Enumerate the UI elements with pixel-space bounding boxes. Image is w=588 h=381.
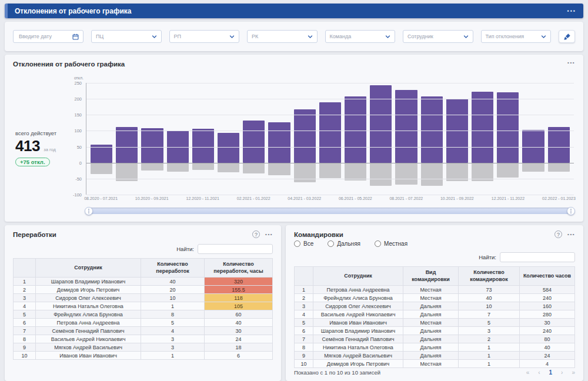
x-tick-label: 06.2021 - 05.2022 xyxy=(339,196,372,203)
hours-cell: 60 xyxy=(205,310,273,319)
radio-all[interactable]: Все xyxy=(294,240,313,247)
table-row: 7Семёнов Геннадий ПавловичДальняя280 xyxy=(295,335,575,343)
bar-positive[interactable] xyxy=(395,90,417,163)
filter-dropdown-rk[interactable]: РК xyxy=(247,30,318,43)
radio-local[interactable]: Местная xyxy=(375,240,407,247)
bar-positive[interactable] xyxy=(370,85,392,163)
bar-negative[interactable] xyxy=(522,163,544,172)
range-slider[interactable] xyxy=(86,208,574,214)
y-tick-label: 50 xyxy=(77,144,82,149)
bar-positive[interactable] xyxy=(345,96,366,163)
window-menu-icon[interactable]: ••• xyxy=(567,8,576,14)
bar-positive[interactable] xyxy=(421,96,443,162)
bar-negative[interactable] xyxy=(395,163,417,185)
employee-cell: Васильев Андрей Николаевич xyxy=(313,310,403,319)
table-row: 5Иванов Иван ИвановичМестная530 xyxy=(295,319,575,327)
bar-positive[interactable] xyxy=(268,122,290,162)
table-row: 1Петрова Анна АндреевнаМестная73584 xyxy=(295,286,575,294)
bar-positive[interactable] xyxy=(116,127,138,163)
trip-type-cell: Дальняя xyxy=(403,335,459,343)
row-number-cell: 7 xyxy=(14,327,36,335)
bar-positive[interactable] xyxy=(319,102,341,163)
filter-dropdown-pc[interactable]: ПЦ xyxy=(91,30,162,43)
slider-handle-right[interactable] xyxy=(567,207,575,215)
bar-negative[interactable] xyxy=(268,163,290,176)
gridline xyxy=(86,131,574,131)
y-tick-label: 100 xyxy=(74,128,82,133)
x-axis-labels: 08.2020 - 07.202110.2020 - 09.202112.202… xyxy=(86,196,574,203)
help-icon[interactable]: ? xyxy=(554,230,562,238)
bar-positive[interactable] xyxy=(141,128,163,163)
bar-positive[interactable] xyxy=(192,129,214,163)
filter-dropdown-rp[interactable]: РП xyxy=(169,30,240,43)
employee-cell: Семёнов Геннадий Павлович xyxy=(36,327,141,335)
slider-handle-left[interactable] xyxy=(85,207,93,215)
bar-positive[interactable] xyxy=(497,92,519,163)
filter-dropdown-deviation-type[interactable]: Тип отклонения xyxy=(481,30,552,43)
bar-positive[interactable] xyxy=(294,109,316,163)
x-tick-slot: 06.2021 - 05.2022 xyxy=(345,196,366,203)
x-tick-label: 04.2021 - 03.2022 xyxy=(288,196,321,203)
bar-negative[interactable] xyxy=(497,163,519,178)
trips-search-input[interactable] xyxy=(500,252,575,262)
bar-negative[interactable] xyxy=(370,163,392,186)
pagination-page-1[interactable]: 1 xyxy=(549,369,553,376)
bar-negative[interactable] xyxy=(141,163,163,171)
filter-dropdown-team[interactable]: Команда xyxy=(325,30,396,43)
help-icon[interactable]: ? xyxy=(252,230,260,238)
bar-positive[interactable] xyxy=(218,133,239,163)
x-tick-label: 10.2021 - 09.2022 xyxy=(440,196,474,203)
x-tick-slot: 10.2021 - 09.2022 xyxy=(446,196,468,203)
radio-input-local[interactable] xyxy=(375,240,381,247)
employee-cell: Иванов Иван Иванович xyxy=(313,319,403,327)
pagination-next[interactable]: › xyxy=(561,369,563,376)
row-number-cell: 1 xyxy=(14,278,36,286)
employee-cell: Фрейндлих Алиса Бруновна xyxy=(313,294,403,302)
bar-positive[interactable] xyxy=(243,121,265,163)
bar-negative[interactable] xyxy=(91,163,112,174)
overtime-search-input[interactable] xyxy=(198,244,273,254)
pagination-prev[interactable]: ‹ xyxy=(538,369,540,376)
bar-negative[interactable] xyxy=(294,163,316,183)
bar-negative[interactable] xyxy=(218,163,239,172)
date-input[interactable] xyxy=(18,33,69,40)
bar-negative[interactable] xyxy=(345,163,366,181)
table-row: 2Фрейндлих Алиса БруновнаМестная40240 xyxy=(295,294,575,302)
bar-negative[interactable] xyxy=(167,163,189,172)
filter-dropdown-label: ПЦ xyxy=(96,34,103,39)
trips-menu-icon[interactable]: ••• xyxy=(567,232,575,237)
pagination-first[interactable]: « xyxy=(526,369,530,376)
overtime-title: Переработки xyxy=(13,231,56,238)
clear-filters-button[interactable] xyxy=(559,30,575,43)
date-filter-field[interactable] xyxy=(13,30,83,43)
bar-negative[interactable] xyxy=(319,163,341,178)
bar-group xyxy=(319,83,341,195)
radio-input-all[interactable] xyxy=(294,240,300,247)
count-cell: 2 xyxy=(459,335,520,343)
trip-type-cell: Местная xyxy=(403,360,459,368)
radio-input-long[interactable] xyxy=(328,240,334,247)
y-axis: 250200150100500-50-100 xyxy=(66,83,86,195)
bar-positive[interactable] xyxy=(472,92,493,163)
filter-dropdown-employee[interactable]: Сотрудник xyxy=(403,30,473,43)
bar-negative[interactable] xyxy=(243,163,265,173)
pagination-last[interactable]: » xyxy=(572,369,575,376)
bar-group xyxy=(345,83,366,195)
bar-negative[interactable] xyxy=(421,163,443,186)
row-number-cell: 9 xyxy=(295,352,313,360)
bar-negative[interactable] xyxy=(548,163,570,172)
row-number-cell: 6 xyxy=(14,319,36,327)
bar-negative[interactable] xyxy=(192,163,214,170)
radio-long[interactable]: Дальняя xyxy=(328,240,360,247)
employee-cell: Семёнов Геннадий Павлович xyxy=(313,335,403,343)
hours-cell: 118 xyxy=(205,294,273,302)
bar-group xyxy=(294,83,316,195)
column-header: Сотрудник xyxy=(313,267,403,286)
chart-menu-icon[interactable]: ••• xyxy=(567,60,575,65)
overtime-menu-icon[interactable]: ••• xyxy=(265,232,273,237)
overtime-table: СотрудникКоличество переработокКоличеств… xyxy=(13,258,273,360)
bar-positive[interactable] xyxy=(548,127,570,163)
x-tick-label: 10.2020 - 09.2021 xyxy=(135,196,169,203)
x-tick-label: 08.2021 - 07.2022 xyxy=(389,196,423,203)
row-number-cell: 2 xyxy=(14,286,36,294)
